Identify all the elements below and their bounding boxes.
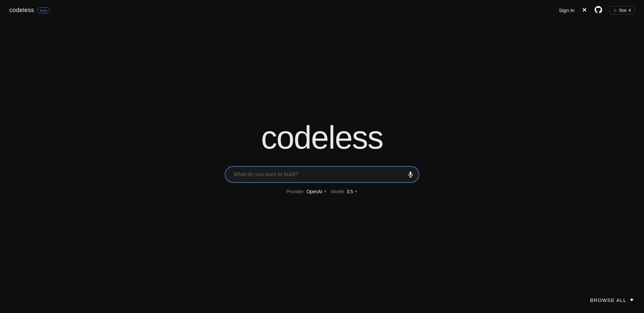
microphone-icon (407, 171, 414, 178)
star-count: 4 (629, 8, 631, 13)
header-left: codeless beta (9, 7, 50, 14)
provider-select[interactable]: OpenAI ▼ (307, 189, 327, 194)
beta-badge: beta (37, 7, 50, 13)
microphone-button[interactable] (407, 171, 414, 178)
star-button[interactable]: ☆ Star 4 (609, 6, 635, 14)
search-input[interactable] (225, 166, 419, 183)
provider-chevron-icon: ▼ (324, 190, 327, 193)
provider-value: OpenAI (307, 189, 322, 194)
model-chevron-icon: ▼ (355, 190, 358, 193)
hero-title: codeless (261, 119, 383, 156)
star-icon: ☆ (613, 8, 617, 13)
model-label: Model (331, 189, 344, 194)
provider-label: Provider (286, 189, 304, 194)
model-select[interactable]: 3.5 ▼ (346, 189, 358, 194)
svg-rect-0 (410, 171, 412, 175)
x-icon: ✕ (582, 7, 587, 14)
sign-in-link[interactable]: Sign In (559, 7, 575, 13)
browse-all-label: BROWSE ALL (590, 297, 627, 303)
model-value: 3.5 (346, 189, 353, 194)
star-label: Star (619, 8, 627, 13)
provider-row: Provider OpenAI ▼ Model 3.5 ▼ (286, 189, 358, 194)
main-content: codeless Provider OpenAI ▼ Model 3.5 ▼ (0, 0, 644, 313)
header-logo: codeless (9, 7, 34, 14)
search-container (225, 166, 419, 183)
twitter-x-button[interactable]: ✕ (581, 6, 587, 14)
browse-all-button[interactable]: BROWSE ALL ✦ (590, 296, 635, 304)
github-icon (595, 6, 602, 14)
header: codeless beta Sign In ✕ ☆ Star 4 (0, 0, 644, 20)
github-button[interactable] (594, 5, 603, 15)
header-right: Sign In ✕ ☆ Star 4 (559, 5, 635, 15)
sparkle-icon: ✦ (629, 296, 635, 304)
